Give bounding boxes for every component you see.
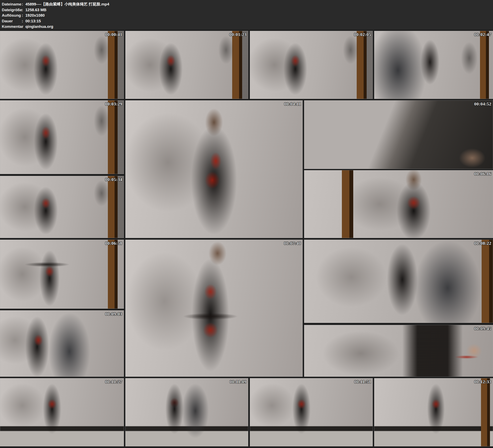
video-thumbnail: 00:09:45: [304, 325, 493, 377]
duration-value: 00:13:15: [25, 18, 493, 24]
video-thumbnail: 00:12:33: [374, 378, 493, 446]
metadata-row-filename: Dateiname : 45899----【路由紧缚】小纯美体绳艺 打屁股.mp…: [2, 1, 493, 7]
resolution-label: Auflösung: [2, 12, 22, 18]
video-thumbnail: 00:04:52: [304, 100, 493, 169]
video-thumbnail: 00:04:11: [125, 100, 303, 238]
metadata-header: Dateiname : 45899----【路由紧缚】小纯美体绳艺 打屁股.mp…: [0, 0, 493, 30]
timestamp-overlay: 00:09:45: [474, 326, 491, 331]
metadata-row-resolution: Auflösung : 1920x1080: [2, 12, 493, 18]
resolution-separator: :: [22, 12, 25, 18]
timestamp-overlay: 00:11:51: [354, 379, 371, 384]
filesize-separator: :: [22, 7, 25, 13]
timestamp-overlay: 00:02:47: [474, 32, 491, 37]
video-thumbnail: 00:11:09: [125, 378, 248, 446]
video-thumbnail: 00:10:27: [0, 378, 124, 446]
video-thumbnail: 00:01:23: [125, 31, 248, 99]
timestamp-overlay: 00:06:16: [474, 171, 491, 177]
comment-label: Kommentar: [2, 24, 22, 29]
filename-label: Dateiname: [2, 1, 22, 7]
timestamp-overlay: 00:00:41: [105, 32, 122, 37]
timestamp-overlay: 00:04:11: [284, 101, 301, 107]
metadata-row-filesize: Dateigröße : 1258.63 MB: [2, 7, 493, 13]
comment-separator: :: [22, 24, 25, 29]
duration-label: Dauer: [2, 18, 22, 24]
timestamp-overlay: 00:09:03: [105, 311, 122, 317]
filesize-value: 1258.63 MB: [25, 7, 493, 13]
video-thumbnail: 00:00:41: [0, 31, 124, 99]
timestamp-overlay: 00:05:34: [105, 177, 122, 182]
filename-separator: :: [22, 1, 25, 7]
metadata-row-comment: Kommentar : qinglanhua.org: [2, 24, 493, 29]
contact-sheet: { "header": { "rows": [ { "label": "Date…: [0, 0, 493, 448]
video-thumbnail: 00:09:03: [0, 310, 124, 377]
video-thumbnail: 00:05:34: [0, 176, 124, 238]
filename-value: 45899----【路由紧缚】小纯美体绳艺 打屁股.mp4: [25, 1, 493, 7]
resolution-value: 1920x1080: [25, 12, 493, 18]
video-thumbnail: 00:03:29: [0, 100, 124, 174]
timestamp-overlay: 00:11:09: [230, 379, 246, 384]
timestamp-overlay: 00:08:22: [474, 241, 491, 246]
video-thumbnail: 00:07:40: [125, 240, 303, 377]
timestamp-overlay: 00:10:27: [105, 379, 122, 384]
video-thumbnail: 00:02:05: [250, 31, 373, 99]
timestamp-overlay: 00:07:40: [284, 241, 301, 246]
timestamp-overlay: 00:06:58: [105, 241, 122, 246]
timestamp-overlay: 00:03:29: [105, 101, 122, 107]
video-thumbnail: 00:06:58: [0, 240, 124, 309]
comment-value: qinglanhua.org: [25, 24, 493, 29]
video-thumbnail: 00:02:47: [374, 31, 493, 99]
video-thumbnail: 00:06:16: [304, 170, 493, 238]
duration-separator: :: [22, 18, 25, 24]
timestamp-overlay: 00:01:23: [229, 32, 246, 37]
timestamp-overlay: 00:02:05: [354, 32, 371, 37]
video-thumbnail: 00:11:51: [250, 378, 373, 446]
timestamp-overlay: 00:04:52: [474, 101, 491, 107]
video-thumbnail: 00:08:22: [304, 240, 493, 323]
timestamp-overlay: 00:12:33: [474, 379, 491, 384]
metadata-row-duration: Dauer : 00:13:15: [2, 18, 493, 24]
filesize-label: Dateigröße: [2, 7, 22, 13]
